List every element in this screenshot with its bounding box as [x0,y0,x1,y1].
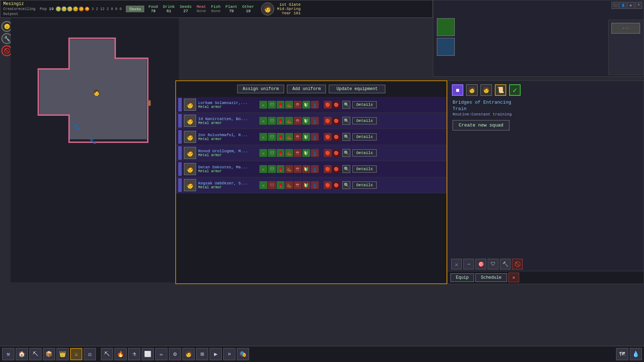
mini-tb-icon-4[interactable]: ? [635,2,642,9]
happy-icon-3: 😊 [67,6,72,11]
hammer-action-icon[interactable]: 🔨 [500,259,511,269]
details-button[interactable]: Details [352,165,377,173]
table-row: 🧑 Datan Dakostes, Ma... Metal armor ⚔ 🛡 … [176,161,447,177]
mini-tb-icon-2[interactable]: 👤 [619,2,626,9]
plant-label: Plant [225,5,237,9]
taskbar-special-icon[interactable]: 🎭 [237,348,249,360]
taskbar-box-icon[interactable]: 📦 [43,348,55,360]
details-button[interactable]: Details [352,101,377,108]
extra-panel-btn[interactable]: ··· [611,23,640,34]
happy-icon-5: 😟 [79,6,84,11]
boots-icon: 🥾 [285,165,293,173]
taskbar-pick2-icon[interactable]: ⛏ [101,348,113,360]
resource-section: Food 78 Drink 61 Seeds 27 Meat None Fish… [148,5,254,13]
boots-icon: 🥾 [285,149,293,157]
taskbar-flask-icon[interactable]: ⚗ [128,348,140,360]
avatar: 🧑 [184,115,196,127]
details-button[interactable]: Details [352,133,377,140]
schedule-button[interactable]: Schedule [475,273,507,282]
sword-action-icon[interactable]: ⚔ [451,259,462,269]
happy-icon-6: 😠 [84,6,89,11]
taskbar-hammer-icon[interactable]: ⚒ [2,348,14,360]
create-new-squad-button[interactable]: Create new squad [453,120,509,130]
search-button[interactable]: 🔍 [342,101,350,109]
wall-notch-tl [38,38,70,70]
taskbar-gear-icon[interactable]: ⚙ [169,348,181,360]
game-map: 🚪 🧑 🐾 🐾 [11,18,179,282]
details-button[interactable]: Details [352,182,377,189]
date-line1: 1st Slate [277,3,301,7]
member-armor: Metal armor [198,185,257,189]
top-bar: Mesingiz Creatureceiling Outpost Pop 19 … [0,0,433,18]
table-row: 🧑 Zon Rulushmafol, R... Metal armor ⚔ 🛡 … [176,129,447,145]
arrow-action-icon[interactable]: → [463,259,474,269]
eq-extra-2: 🔴 [332,181,340,189]
taskbar-right-icon2[interactable]: 💧 [630,348,642,360]
search-button[interactable]: 🔍 [342,117,350,125]
taskbar-crown-icon[interactable]: 👑 [57,348,69,360]
search-button[interactable]: 🔍 [342,181,350,189]
select-indicator [178,178,182,192]
stocks-button[interactable]: Stocks [126,6,144,12]
shield-action-icon[interactable]: 🛡 [488,259,498,269]
helmet-icon: ⛑ [294,101,302,109]
member-armor: Metal armor [198,137,257,141]
right-panel-footer: Equip Schedule ✕ [448,271,644,284]
meat-resource: Meat None [197,5,206,13]
target-action-icon[interactable]: 🎯 [475,259,486,269]
details-button[interactable]: Details [352,117,377,124]
select-indicator [178,114,182,128]
taskbar-pen-icon[interactable]: ✏ [155,348,167,360]
search-button[interactable]: 🔍 [342,165,350,173]
taskbar-square-icon[interactable]: ⬜ [142,348,154,360]
equip-button[interactable]: Equip [450,273,474,282]
gauntlet-icon: 🥊 [277,181,284,189]
weapon-icon: ⚔ [259,133,267,141]
mini-tb-icon-3[interactable]: ⚙ [627,2,634,9]
taskbar-fire-icon[interactable]: 🔥 [114,348,127,360]
member-name: Lorbam Solamsazir,... [198,101,257,105]
add-uniform-button[interactable]: Add uniform [287,85,326,93]
date-line2: Mid-Spring [277,7,301,11]
taskbar-scale-icon[interactable]: ⚖ [84,348,96,360]
fort-type: Outpost [3,12,35,17]
table-row: 🧑 Kogsak Uabôkser, S... Metal armor ⚔ 🛡 … [176,177,447,193]
armor-icon: 🔰 [302,149,310,157]
taskbar-pickaxe-icon[interactable]: ⛏ [29,348,42,360]
taskbar-right-icon1[interactable]: 🗺 [616,348,628,360]
mini-tb-icon-1[interactable]: ⬛ [611,2,619,9]
details-button[interactable]: Details [352,149,377,157]
pop-section: Pop 19 😊 😊 😊 😐 😟 😠 3 2 12 2 0 0 0 [40,6,122,11]
helmet-icon: ⛑ [294,149,302,157]
eq-extra-2: 🔴 [332,101,340,109]
taskbar-person-icon[interactable]: 🧑 [182,348,195,360]
other-val: 19 [246,9,250,13]
member-armor: Metal armor [198,121,257,125]
squad-routine: Routine:Constant training [453,112,639,116]
squad-check-icon[interactable]: ✓ [509,84,521,96]
shield-icon: 🛡 [268,149,276,157]
taskbar-more-icon[interactable]: » [223,348,235,360]
taskbar-arrow-icon[interactable]: ▶ [210,348,222,360]
search-button[interactable]: 🔍 [342,149,350,157]
extra-top-right-panel: ··· [608,20,644,75]
search-button[interactable]: 🔍 [342,133,350,141]
select-indicator [178,130,182,144]
equipment-icons: ⚔ 🛡 🥊 🥾 ⛑ 🔰 👖 🔴 🔴 [259,101,340,109]
equipment-icons: ⚔ 🛡 🥊 🥾 ⛑ 🔰 👖 🔴 🔴 [259,181,340,189]
weapon-icon: ⚔ [259,181,267,189]
shield-icon: 🛡 [268,181,276,189]
avatar: 🧑 [184,131,196,143]
member-info: Kogsak Uabôkser, S... Metal armor [198,181,257,189]
no-action-icon[interactable]: 🚫 [512,259,523,269]
taskbar-grid-icon[interactable]: ⊞ [196,348,208,360]
wall-notch-tr [114,38,148,59]
taskbar-sword-icon[interactable]: ⚔ [70,348,82,360]
member-info: Datan Dakostes, Ma... Metal armor [198,165,257,173]
close-button[interactable]: ✕ [508,273,519,282]
shield-icon: 🛡 [268,165,276,173]
assign-uniform-button[interactable]: Assign uniform [237,85,284,93]
update-equipment-button[interactable]: Update equipment [329,85,385,93]
taskbar-house-icon[interactable]: 🏠 [16,348,28,360]
gauntlet-icon: 🥊 [277,149,284,157]
